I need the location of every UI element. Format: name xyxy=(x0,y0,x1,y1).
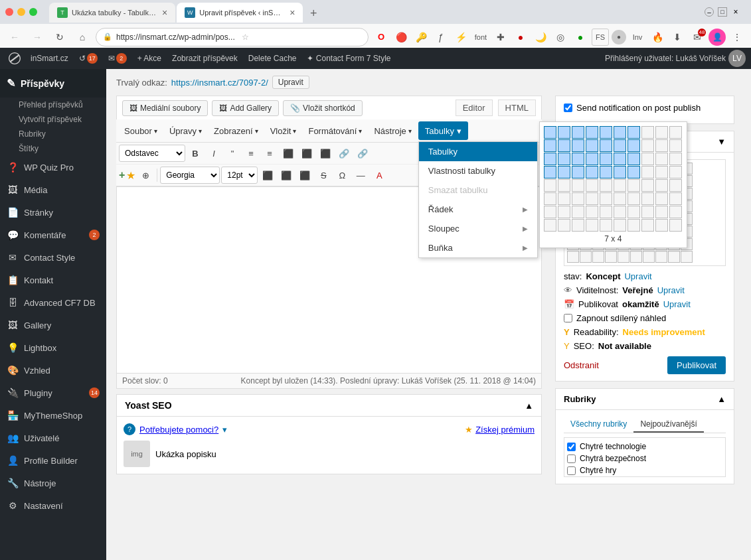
tab-close-wp[interactable]: × xyxy=(290,7,295,18)
rubrika-checkbox-technologie[interactable] xyxy=(567,443,576,451)
tab-google-sheets[interactable]: T Ukázka tabulky - Tabulky Google × xyxy=(49,3,175,23)
nav-ext6[interactable]: ◎ xyxy=(552,29,569,46)
tab-wordpress[interactable]: W Upravit příspěvek ‹ inSmart.cz — × xyxy=(177,3,303,23)
menu-formatovani[interactable]: Formátování ▾ xyxy=(303,123,367,139)
back-button[interactable]: ← xyxy=(5,28,24,46)
nav-ext2[interactable]: 🔑 xyxy=(412,29,430,46)
medialni-soubory-button[interactable]: 🖼 Mediální soubory xyxy=(122,100,208,116)
nav-inv[interactable]: Inv xyxy=(629,29,646,46)
window-close-btn[interactable]: × xyxy=(731,7,740,17)
rubriky-collapse-icon[interactable]: ▲ xyxy=(717,394,726,404)
nav-ext9[interactable]: ✉48 xyxy=(689,29,706,46)
rubriky-tab-popular[interactable]: Nejpoužívanější xyxy=(633,417,703,433)
adminbar-view-post[interactable]: Zobrazit příspěvek xyxy=(168,48,242,69)
color-button[interactable]: A xyxy=(371,167,388,184)
nav-font[interactable]: font xyxy=(472,29,489,46)
editor-tab-visual[interactable]: Editor xyxy=(456,100,493,116)
special-char-button[interactable]: Ω xyxy=(333,167,351,184)
align-right2[interactable]: ⬛ xyxy=(296,167,313,184)
rubrika-checkbox-bezpecnost[interactable] xyxy=(567,455,576,463)
tab-close-sheets[interactable]: × xyxy=(162,7,167,18)
ol-button[interactable]: ≡ xyxy=(261,145,278,162)
size-select[interactable]: 12pt xyxy=(221,167,258,184)
adminbar-cf7-style[interactable]: ✦ Contact Form 7 Style xyxy=(303,48,394,69)
align-center2[interactable]: ⬛ xyxy=(278,167,295,184)
dropdown-bunka[interactable]: Buňka ▶ xyxy=(419,238,537,257)
yoast-header[interactable]: Yoast SEO ▲ xyxy=(117,395,541,417)
sidebar-item-nastroje[interactable]: 🔧 Nástroje xyxy=(0,472,106,494)
rubriky-box-header[interactable]: Rubriky ▲ xyxy=(556,389,734,410)
adminbar-home[interactable]: inSmart.cz xyxy=(27,48,72,69)
permalink-edit-button[interactable]: Upravit xyxy=(272,76,309,89)
nav-ext8[interactable]: ● xyxy=(612,30,626,44)
dropdown-vlastnosti[interactable]: Vlastnosti tabulky xyxy=(419,161,537,180)
sidebar-item-kontakt[interactable]: 📋 Kontakt xyxy=(0,269,106,291)
sidebar-item-nastaveni[interactable]: ⚙ Nastavení xyxy=(0,494,106,517)
shortcode-button[interactable]: 📎 Vložit shortkód xyxy=(283,100,363,116)
stav-edit-link[interactable]: Upravit xyxy=(624,271,651,281)
adminbar-comments[interactable]: ✉ 2 xyxy=(104,48,131,69)
minimize-btn[interactable] xyxy=(17,8,25,16)
adminbar-updates[interactable]: ↺ 17 xyxy=(75,48,102,69)
menu-vlozit[interactable]: Vložit ▾ xyxy=(265,123,302,139)
sidebar-item-lightbox[interactable]: 💡 Lightbox xyxy=(0,336,106,359)
format-select[interactable]: Odstavec xyxy=(119,145,185,162)
opera-icon[interactable]: O xyxy=(373,29,390,46)
new-tab-button[interactable]: + xyxy=(304,4,323,23)
permalink-url[interactable]: https://insmart.cz/7097-2/ xyxy=(171,78,268,88)
sidebar-item-gallery[interactable]: 🖼 Gallery xyxy=(0,314,106,336)
nav-green[interactable]: ● xyxy=(572,29,589,46)
delete-button[interactable]: Odstranit xyxy=(564,360,599,370)
sidebar-item-komentare[interactable]: 💬 Komentáře 2 xyxy=(0,224,106,246)
yoast-help-link[interactable]: ? Potřebujete pomoci? ▾ xyxy=(124,423,227,435)
nav-red[interactable]: ● xyxy=(512,29,529,46)
extra-icon[interactable]: ⊕ xyxy=(137,167,154,184)
maximize-btn[interactable] xyxy=(29,8,37,16)
wp-logo[interactable] xyxy=(5,48,24,69)
help-expand-icon[interactable]: ▾ xyxy=(222,425,227,435)
menu-upravy[interactable]: Úpravy ▾ xyxy=(164,123,207,139)
star-icon[interactable]: ★ xyxy=(126,169,135,182)
nav-fire[interactable]: 🔥 xyxy=(649,29,666,46)
sidebar-item-mytheme[interactable]: 🏪 MyThemeShop xyxy=(0,404,106,427)
add-row-icon[interactable]: + xyxy=(119,169,125,181)
premium-text[interactable]: Získej prémium xyxy=(475,425,535,435)
notification-checkbox[interactable] xyxy=(564,104,572,112)
sidebar-item-profile[interactable]: 👤 Profile Builder xyxy=(0,449,106,472)
adminbar-delete-cache[interactable]: Delete Cache xyxy=(244,48,301,69)
close-btn[interactable] xyxy=(5,8,13,16)
link-button[interactable]: 🔗 xyxy=(335,145,353,162)
nav-cross[interactable]: ✚ xyxy=(492,29,509,46)
sidebar-item-vytvorit[interactable]: Vytvořit příspěvek xyxy=(0,112,106,127)
sidebar-item-vzhled[interactable]: 🎨 Vzhled xyxy=(0,359,106,382)
menu-soubor[interactable]: Soubor ▾ xyxy=(119,123,163,139)
sidebar-item-media[interactable]: 🖼 Média xyxy=(0,178,106,201)
italic-button[interactable]: I xyxy=(205,145,222,162)
ul-button[interactable]: ≡ xyxy=(242,145,260,162)
menu-tabulky[interactable]: Tabulky ▾ xyxy=(418,121,468,140)
bold-button[interactable]: B xyxy=(187,145,204,162)
rubrika-checkbox-hry[interactable] xyxy=(567,466,576,475)
window-minimize-btn[interactable]: – xyxy=(705,7,714,17)
sidebar-item-stranky[interactable]: 📄 Stránky xyxy=(0,201,106,224)
address-bar[interactable]: 🔒 https://insmart.cz/wp-admin/pos... ☆ xyxy=(96,28,369,46)
share-checkbox[interactable] xyxy=(564,314,572,322)
nav-ext7[interactable]: FS xyxy=(592,29,609,46)
editor-tab-html[interactable]: HTML xyxy=(498,100,536,116)
sidebar-item-pluginy[interactable]: 🔌 Pluginy 14 xyxy=(0,382,106,404)
publish-button[interactable]: Publikovat xyxy=(667,356,726,374)
reload-button[interactable]: ↻ xyxy=(50,28,69,46)
visibility-edit-link[interactable]: Upravit xyxy=(657,285,685,295)
sidebar-item-cf7db[interactable]: 🗄 Advanced CF7 DB xyxy=(0,291,106,314)
sidebar-item-rubriky[interactable]: Rubriky xyxy=(0,127,106,141)
nav-ext3[interactable]: ƒ xyxy=(432,29,450,46)
sidebar-item-wppro[interactable]: ❓ WP Quiz Pro xyxy=(0,156,106,178)
review-collapse-icon[interactable]: ▼ xyxy=(717,137,726,147)
menu-icon[interactable]: ⋮ xyxy=(728,29,746,46)
font-select[interactable]: Georgia xyxy=(160,167,220,184)
sidebar-item-prehled[interactable]: Přehled příspěvků xyxy=(0,98,106,112)
nav-ext1[interactable]: 🔴 xyxy=(392,29,410,46)
align-left-button[interactable]: ⬛ xyxy=(280,145,297,162)
add-gallery-button[interactable]: 🖼 Add Gallery xyxy=(212,100,279,116)
align-left2[interactable]: ⬛ xyxy=(259,167,276,184)
